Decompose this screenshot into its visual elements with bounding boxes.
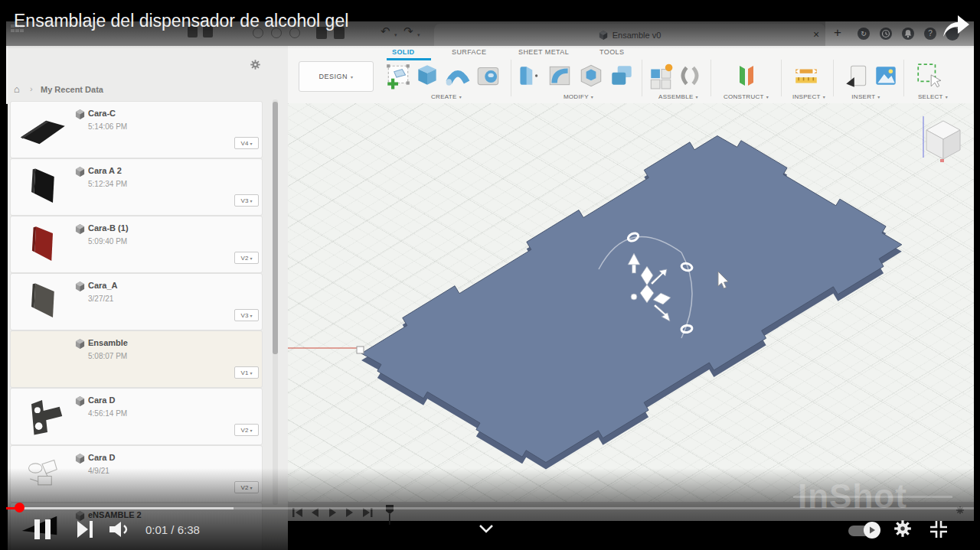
origin-marker <box>357 347 364 353</box>
version-badge[interactable]: V3▾ <box>234 194 259 207</box>
progress-loaded[interactable] <box>19 507 234 509</box>
settings-gear-icon[interactable] <box>893 519 913 539</box>
version-badge[interactable]: V2▾ <box>234 252 259 264</box>
item-timestamp: 3/27/21 <box>88 295 113 303</box>
home-icon[interactable]: ⌂ <box>14 83 20 95</box>
group-select-label: SELECT <box>918 93 943 100</box>
version-label: V2 <box>241 427 249 434</box>
component-cube-icon <box>75 109 85 120</box>
caret-down-icon: ▾ <box>250 428 252 433</box>
caret-down-icon: ▾ <box>250 198 252 203</box>
list-item-ensamble[interactable]: Ensamble 5:08:07 PM V1▾ <box>11 331 262 387</box>
pause-button[interactable] <box>32 519 55 540</box>
progress-track[interactable] <box>234 507 974 509</box>
sweep-icon[interactable] <box>445 62 471 89</box>
version-badge[interactable]: V3▾ <box>234 309 259 321</box>
shrink-view-button[interactable] <box>928 519 949 539</box>
view-cube[interactable] <box>923 116 960 162</box>
version-label: V4 <box>241 140 249 147</box>
extrude-icon[interactable] <box>414 62 440 89</box>
data-panel-gear-icon[interactable] <box>250 59 261 70</box>
item-name: Cara D <box>88 395 115 405</box>
progress-scrubber[interactable] <box>15 503 24 513</box>
thumbnail-bracket <box>15 392 69 440</box>
component-cube-icon <box>75 338 85 350</box>
item-name: Cara-B (1) <box>88 223 129 233</box>
insert-image-icon[interactable] <box>873 62 899 89</box>
autoplay-knob[interactable] <box>864 522 880 539</box>
new-component-icon[interactable] <box>648 62 674 89</box>
insert-derive-icon[interactable] <box>844 62 870 89</box>
group-insert[interactable]: INSERT▾ <box>839 92 893 101</box>
share-icon[interactable] <box>939 12 971 40</box>
list-item-cara-a[interactable]: Cara_A 3/27/21 V3▾ <box>11 274 262 330</box>
group-insert-label: INSERT <box>851 93 875 100</box>
caret-down-icon: ▾ <box>250 313 252 318</box>
caret-down-icon: ▾ <box>877 94 880 99</box>
tab-surface[interactable]: SURFACE <box>452 48 486 56</box>
revolve-icon[interactable] <box>475 62 501 89</box>
component-cube-icon <box>75 453 85 464</box>
version-label: V1 <box>241 369 249 376</box>
version-badge[interactable]: V2▾ <box>234 424 259 436</box>
item-name: Cara-C <box>88 109 116 118</box>
component-cube-icon <box>75 166 85 177</box>
design-workspace-dropdown[interactable]: DESIGN▾ <box>299 61 374 92</box>
group-assemble[interactable]: ASSEMBLE▾ <box>648 92 709 101</box>
viewport-canvas[interactable] <box>288 103 974 502</box>
tab-solid[interactable]: SOLID <box>392 48 415 56</box>
group-modify[interactable]: MODIFY▾ <box>515 92 642 101</box>
thumbnail-black-plate <box>15 163 69 210</box>
ribbon-divider <box>833 60 834 96</box>
version-badge[interactable]: V4▾ <box>234 137 259 149</box>
measure-icon[interactable] <box>793 62 819 89</box>
fillet-icon[interactable] <box>547 62 573 89</box>
list-item-cara-d1[interactable]: Cara D 4:56:14 PM V2▾ <box>11 389 262 444</box>
next-button[interactable] <box>77 521 96 538</box>
joint-icon[interactable] <box>677 62 703 89</box>
video-player[interactable]: ↶ ▾ ↷ ▾ Ensamble v0 × + ↻ ? DESIGN▾ SOLI… <box>0 0 980 550</box>
caret-down-icon: ▾ <box>250 141 252 146</box>
caret-down-icon: ▾ <box>351 74 354 80</box>
shell-icon[interactable] <box>578 62 604 89</box>
ribbon-divider <box>710 60 711 96</box>
tab-tools[interactable]: TOOLS <box>599 48 624 56</box>
item-name: Cara_A <box>88 281 118 290</box>
item-timestamp: 5:09:40 PM <box>88 237 127 246</box>
list-item-cara-b1[interactable]: Cara-B (1) 5:09:40 PM V2▾ <box>11 216 262 272</box>
list-item-cara-a2[interactable]: Cara A 2 5:12:34 PM V3▾ <box>11 159 262 215</box>
right-black-bar <box>974 0 980 550</box>
group-create[interactable]: CREATE▾ <box>385 92 508 101</box>
chevron-down-icon[interactable] <box>478 523 495 534</box>
autoplay-play-icon <box>867 526 877 535</box>
ribbon-divider <box>511 60 511 96</box>
breadcrumb-separator: › <box>30 84 33 93</box>
watermark-strike-line <box>793 496 952 498</box>
thumbnail-flat-plate <box>15 106 69 153</box>
group-modify-label: MODIFY <box>564 93 589 100</box>
group-select[interactable]: SELECT▾ <box>908 92 958 101</box>
ribbon-divider <box>781 60 782 96</box>
version-label: V3 <box>241 197 249 204</box>
center-point-handle[interactable] <box>631 294 637 300</box>
group-create-label: CREATE <box>431 93 457 100</box>
component-cube-icon <box>75 395 85 407</box>
video-title[interactable]: Ensamblaje del dispensador de alcohol ge… <box>14 11 348 31</box>
tab-sheet-metal[interactable]: SHEET METAL <box>518 48 569 56</box>
item-name: Cara A 2 <box>88 166 122 175</box>
construct-plane-icon[interactable] <box>732 62 760 89</box>
sidebar-scrollbar-thumb[interactable] <box>273 102 278 354</box>
combine-icon[interactable] <box>609 62 635 89</box>
press-pull-icon[interactable] <box>515 62 541 89</box>
item-name: Cara D <box>88 453 115 462</box>
group-construct[interactable]: CONSTRUCT▾ <box>714 92 779 101</box>
select-icon[interactable] <box>916 62 942 89</box>
list-item-cara-c[interactable]: Cara-C 5:14:06 PM V4▾ <box>11 102 262 158</box>
create-sketch-icon[interactable] <box>385 62 411 89</box>
group-inspect[interactable]: INSPECT▾ <box>784 92 834 101</box>
version-badge[interactable]: V1▾ <box>234 366 259 379</box>
left-black-bar <box>0 0 6 550</box>
volume-button[interactable] <box>109 520 133 539</box>
thumbnail-red-plate <box>15 220 69 268</box>
breadcrumb[interactable]: My Recent Data <box>41 85 103 94</box>
